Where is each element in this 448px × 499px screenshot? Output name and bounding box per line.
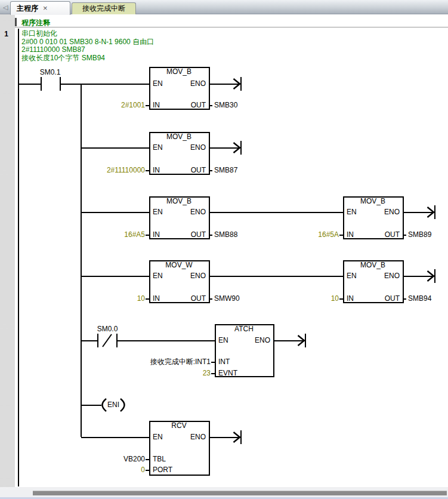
pin-label-eno: ENO (189, 144, 206, 152)
scrollbar-thumb[interactable] (33, 491, 447, 495)
operand-out[interactable]: SMB30 (214, 101, 237, 109)
operand-out[interactable]: SMB88 (214, 231, 237, 239)
operand-int[interactable]: 接收完成中断:INT1 (91, 358, 211, 366)
open-arrow (209, 430, 241, 444)
pin-label-en: EN (218, 337, 228, 344)
operand-in[interactable]: 10 (267, 295, 339, 303)
pin-label-in: IN (153, 295, 160, 303)
block-title: RCV (149, 422, 209, 430)
pin-label-en: EN (153, 80, 163, 88)
block-title: MOV_B (343, 261, 403, 269)
operand-port[interactable]: 0 (73, 466, 145, 474)
open-arrow (403, 269, 435, 283)
pin-label-out: OUT (380, 295, 400, 303)
pin-label-out: OUT (186, 295, 206, 303)
pin-label-in: IN (153, 167, 160, 174)
block-title: MOV_B (149, 133, 209, 141)
ladder-editor-window: ◁ 主程序× 接收完成中断 程序注释 1 串口初始化 2#00 0 010 01… (0, 0, 448, 499)
block-title: MOV_B (149, 68, 209, 76)
tab-label: 主程序 (17, 4, 38, 13)
coil-label[interactable]: ENI (107, 401, 120, 409)
pin-label-out: OUT (186, 101, 206, 109)
pin-label-en: EN (153, 208, 163, 216)
operand-in[interactable]: 10 (73, 295, 145, 303)
operand-evnt[interactable]: 23 (91, 369, 211, 377)
pin-label-port: PORT (153, 466, 172, 474)
operand-in[interactable]: 16#5A (267, 231, 339, 239)
pin-label-en: EN (153, 272, 163, 280)
pin-label-en: EN (347, 208, 357, 216)
operand-in[interactable]: 2#11110000 (73, 167, 145, 174)
pin-label-out: OUT (380, 231, 400, 239)
pin-label-eno: ENO (253, 337, 270, 344)
operand-out[interactable]: SMB87 (214, 167, 237, 174)
pin-label-en: EN (347, 272, 357, 280)
pin-label-in: IN (153, 101, 160, 109)
block-title: MOV_B (149, 198, 209, 205)
block-title: MOV_W (149, 261, 209, 269)
operand-out[interactable]: SMB94 (408, 295, 431, 303)
pin-label-eno: ENO (189, 80, 206, 88)
block-title: MOV_B (343, 198, 403, 205)
contact-sm0-0[interactable] (98, 334, 117, 347)
open-arrow (209, 141, 241, 155)
pin-label-eno: ENO (189, 208, 206, 216)
pin-label-tbl: TBL (153, 455, 166, 463)
operand-in[interactable]: 2#1001 (73, 101, 145, 109)
nc-slash (103, 334, 112, 347)
pin-label-eno: ENO (382, 208, 400, 216)
operand-out[interactable]: SMW90 (214, 295, 240, 303)
pin-label-in: IN (347, 295, 354, 303)
contact-label[interactable]: SM0.0 (89, 325, 125, 333)
tab-close-icon[interactable]: × (43, 2, 48, 14)
operand-in[interactable]: 16#A5 (73, 231, 145, 239)
open-arrow (403, 205, 435, 219)
block-title: ATCH (215, 325, 273, 333)
operand-out[interactable]: SMB89 (408, 231, 431, 239)
pin-label-en: EN (153, 433, 163, 441)
operand-tbl[interactable]: VB200 (73, 455, 145, 463)
pin-label-out: OUT (186, 167, 206, 174)
horizontal-scrollbar[interactable] (0, 487, 448, 497)
tab-main-program[interactable]: 主程序× (10, 1, 70, 15)
pin-label-out: OUT (186, 231, 206, 239)
pin-label-eno: ENO (189, 272, 206, 280)
pin-label-eno: ENO (382, 272, 400, 280)
open-arrow (209, 77, 241, 91)
pin-label-int: INT (218, 358, 230, 366)
pin-label-in: IN (347, 231, 354, 239)
pin-label-en: EN (153, 144, 163, 152)
contact-sm0-1[interactable] (41, 77, 60, 91)
pin-label-evnt: EVNT (218, 369, 237, 377)
contact-label[interactable]: SM0.1 (32, 69, 68, 76)
pin-label-eno: ENO (189, 433, 206, 441)
pin-label-in: IN (153, 231, 160, 239)
open-arrow (273, 334, 305, 347)
